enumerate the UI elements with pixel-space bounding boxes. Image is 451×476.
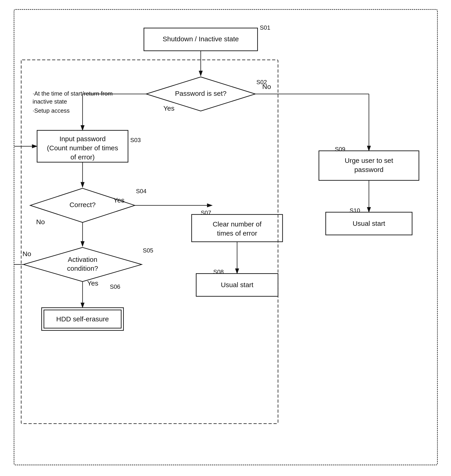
- no-S02: No: [262, 83, 271, 90]
- label-S10: Usual start: [353, 220, 386, 227]
- yes-S04: Yes: [113, 196, 125, 204]
- note-line1: ·At the time of start/return from: [33, 90, 113, 97]
- label-S03-3: of error): [70, 153, 95, 161]
- label-S03-1: Input password: [60, 135, 106, 143]
- label-S07-1: Clear number of: [213, 220, 262, 228]
- no-S04: No: [36, 218, 45, 226]
- step-S01: S01: [260, 24, 270, 31]
- step-S03: S03: [130, 137, 141, 143]
- label-S01: Shutdown / Inactive state: [163, 35, 239, 43]
- note-line3: ·Setup access: [33, 108, 70, 114]
- step-S06-label: S06: [110, 284, 120, 290]
- label-S06: HDD self-erasure: [56, 315, 109, 323]
- note-line2: inactive state: [33, 98, 67, 105]
- label-S05-2: condition?: [67, 265, 98, 272]
- step-S07: S07: [201, 209, 211, 216]
- step-S04: S04: [136, 188, 146, 194]
- label-S03-2: (Count number of times: [47, 144, 118, 152]
- arrow-S02-yes: [82, 94, 146, 130]
- label-S08: Usual start: [221, 281, 254, 289]
- label-S09-2: password: [354, 166, 383, 173]
- step-S09: S09: [335, 146, 345, 152]
- yes-S05: Yes: [87, 279, 99, 287]
- label-S05-1: Activation: [68, 256, 97, 263]
- label-S09-1: Urge user to set: [345, 157, 393, 164]
- diagram-container: Shutdown / Inactive state S01 Password i…: [14, 9, 438, 465]
- node-S07: [192, 214, 282, 242]
- label-S07-2: times of error: [217, 229, 257, 237]
- yes-S02: Yes: [163, 104, 175, 112]
- no-S05: No: [23, 250, 31, 258]
- step-S05: S05: [143, 247, 153, 254]
- step-S10: S10: [350, 207, 360, 214]
- label-S02: Password is set?: [175, 90, 226, 97]
- step-S08: S08: [213, 269, 224, 275]
- label-S04: Correct?: [69, 201, 96, 209]
